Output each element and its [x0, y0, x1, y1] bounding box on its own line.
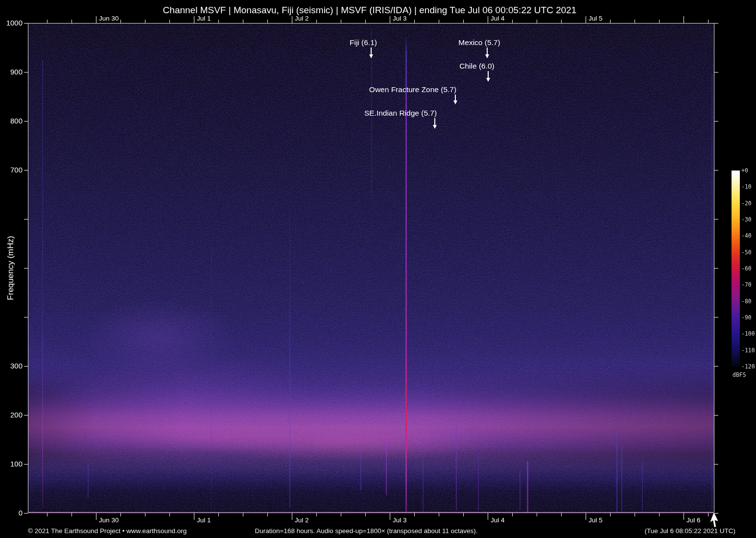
top-axis-tick: [561, 20, 562, 23]
top-axis-tick: [537, 20, 537, 23]
earthquake-annotation-label: Chile (6.0): [459, 62, 495, 71]
bottom-axis-tick: [365, 513, 366, 516]
right-axis-tick: [714, 415, 718, 416]
top-axis-tick: [71, 20, 72, 23]
top-axis-tick: [586, 16, 586, 23]
bottom-axis-tick: [390, 513, 390, 520]
event-streak: [478, 454, 479, 510]
left-axis-tick: [24, 366, 28, 367]
top-axis-tick: [341, 20, 341, 23]
bottom-axis-tick: [463, 513, 464, 516]
top-axis-label: Jul 1: [197, 15, 211, 22]
footer-copyright: © 2021 The Earthsound Project • www.eart…: [28, 527, 187, 535]
colorbar-tick-label: -100: [741, 330, 755, 337]
event-streak: [520, 471, 520, 510]
bottom-axis-tick: [120, 513, 121, 516]
top-axis-tick: [292, 16, 292, 23]
event-streak: [642, 461, 643, 510]
bottom-axis-tick: [488, 513, 488, 520]
y-axis-tick-label: 0: [1, 509, 23, 517]
top-axis-tick: [684, 16, 684, 23]
top-axis-tick: [47, 20, 47, 23]
event-streak: [211, 245, 212, 510]
left-axis-tick: [24, 121, 28, 122]
top-axis-tick: [708, 20, 709, 23]
event-streak: [289, 211, 290, 508]
y-axis-title: Frequency (mHz): [6, 236, 16, 300]
event-streak: [616, 432, 617, 513]
bottom-axis-label: Jun 30: [99, 516, 119, 524]
plot-title: Channel MSVF | Monasavu, Fiji (seismic) …: [163, 5, 577, 16]
footer-render-timestamp: (Tue Jul 6 08:05:22 2021 UTC): [644, 527, 735, 535]
top-axis-tick: [488, 16, 488, 23]
bottom-axis-tick: [145, 513, 145, 516]
bottom-axis-label: Jul 3: [393, 516, 407, 524]
bottom-axis-label: Jul 4: [491, 516, 505, 524]
bottom-axis-tick: [218, 513, 219, 516]
earthquake-annotation-arrow-head: [486, 78, 490, 82]
earthquake-annotation-arrow-head: [485, 54, 489, 58]
top-axis-tick: [439, 20, 439, 23]
top-axis-tick: [243, 20, 243, 23]
top-axis-tick: [512, 20, 513, 23]
top-axis-tick: [365, 20, 366, 23]
event-streak: [42, 59, 43, 508]
earthquake-annotation-label: SE.Indian Ridge (5.7): [364, 109, 437, 118]
right-axis-tick: [714, 268, 718, 269]
left-axis-tick: [24, 170, 28, 171]
left-axis-tick: [24, 219, 28, 220]
top-axis-label: Jun 30: [99, 15, 119, 22]
bottom-axis-tick: [708, 513, 709, 516]
top-axis-tick: [414, 20, 415, 23]
earthquake-annotation-arrow-head: [369, 54, 373, 58]
top-axis-tick: [145, 20, 145, 23]
bottom-axis-tick: [316, 513, 317, 516]
earthquake-annotation-arrow-head: [453, 100, 457, 104]
right-axis-tick: [714, 170, 718, 171]
spectrogram-plot: [28, 23, 714, 513]
bottom-axis-tick: [243, 513, 243, 516]
bottom-axis-tick: [610, 513, 611, 516]
top-axis-label: Jul 3: [393, 15, 407, 22]
top-axis-tick: [635, 20, 635, 23]
bottom-axis-tick: [659, 513, 660, 516]
left-axis-tick: [24, 513, 28, 514]
bottom-axis-label: Jul 6: [686, 516, 701, 524]
left-axis-tick: [24, 415, 28, 416]
y-axis-tick-label: 1000: [1, 19, 23, 27]
top-axis-tick: [390, 16, 390, 23]
event-streak: [621, 444, 622, 513]
colorbar-tick-label: -70: [741, 281, 752, 288]
colorbar-tick-label: -10: [741, 183, 752, 190]
top-axis-label: Jul 2: [295, 15, 309, 22]
colorbar: [732, 171, 740, 367]
colorbar-unit-label: dBFS: [732, 371, 746, 378]
left-axis-tick: [24, 464, 28, 465]
colorbar-tick-label: -50: [741, 249, 752, 256]
bottom-axis-label: Jul 2: [295, 516, 309, 524]
right-axis-tick: [714, 23, 718, 24]
event-streak: [711, 74, 712, 510]
bottom-axis-tick: [439, 513, 439, 516]
left-axis-tick: [24, 72, 28, 73]
earthquake-annotation-arrow-head: [433, 125, 437, 129]
left-axis-tick: [24, 23, 28, 24]
y-axis-tick-label: 100: [1, 460, 23, 468]
bottom-axis-tick: [194, 513, 194, 520]
top-axis-tick: [659, 20, 660, 23]
bottom-axis-tick: [267, 513, 268, 516]
earthquake-annotation-label: Owen Fracture Zone (5.7): [369, 85, 456, 94]
left-axis-tick: [24, 268, 28, 269]
left-axis-tick: [24, 317, 28, 318]
bottom-axis-tick: [414, 513, 415, 516]
y-axis-tick-label: 700: [1, 166, 23, 174]
colorbar-tick-label: -60: [741, 265, 752, 272]
colorbar-tick-label: -120: [741, 363, 755, 370]
colorbar-tick-label: -90: [741, 314, 752, 321]
earthquake-annotation-label: Fiji (6.1): [350, 38, 377, 47]
bottom-axis-tick: [512, 513, 513, 516]
right-axis-tick: [714, 513, 718, 514]
top-axis-tick: [267, 20, 268, 23]
right-axis-tick: [714, 72, 718, 73]
y-axis-tick-label: 800: [1, 117, 23, 125]
